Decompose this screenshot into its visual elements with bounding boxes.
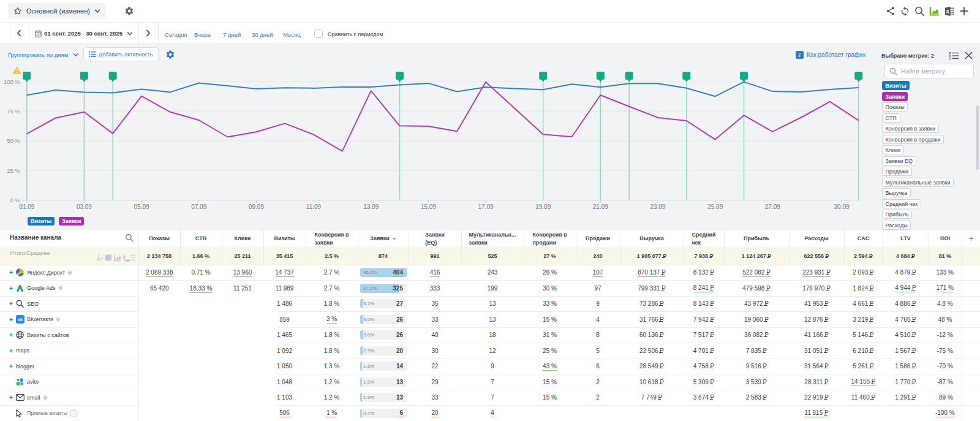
svg-text:25 %: 25 % bbox=[7, 167, 20, 174]
svg-text:03.09: 03.09 bbox=[77, 203, 92, 210]
svg-text:0 %: 0 % bbox=[10, 197, 21, 203]
svg-text:vk: vk bbox=[18, 317, 23, 322]
svg-text:09.09: 09.09 bbox=[249, 203, 264, 210]
svg-text:23.09: 23.09 bbox=[650, 203, 665, 210]
svg-text:05.09: 05.09 bbox=[134, 203, 149, 210]
svg-text:27.09: 27.09 bbox=[765, 203, 780, 210]
svg-text:X: X bbox=[946, 9, 949, 15]
svg-text:?: ? bbox=[72, 411, 75, 416]
svg-text:15.09: 15.09 bbox=[421, 203, 436, 210]
svg-text:11.09: 11.09 bbox=[306, 203, 322, 210]
svg-text:100 %: 100 % bbox=[4, 78, 20, 85]
svg-text:17.09: 17.09 bbox=[478, 203, 493, 210]
svg-text:01.09: 01.09 bbox=[19, 203, 34, 210]
svg-text:25.09: 25.09 bbox=[707, 203, 723, 210]
svg-text:19.09: 19.09 bbox=[535, 203, 551, 210]
svg-text:30.09: 30.09 bbox=[834, 203, 849, 210]
svg-text:13.09: 13.09 bbox=[363, 203, 379, 210]
svg-text:75 %: 75 % bbox=[7, 108, 20, 115]
svg-text:21.09: 21.09 bbox=[593, 203, 608, 210]
svg-text:07.09: 07.09 bbox=[191, 203, 206, 210]
svg-text:50 %: 50 % bbox=[7, 137, 20, 144]
